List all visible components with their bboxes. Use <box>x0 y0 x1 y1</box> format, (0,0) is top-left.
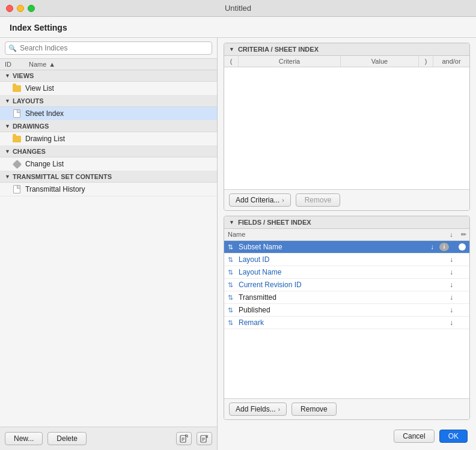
tree-item-transmittal-history[interactable]: Transmittal History <box>0 183 217 196</box>
category-transmittal-label: TRANSMITTAL SET CONTENTS <box>13 173 112 180</box>
ok-button[interactable]: OK <box>439 430 468 443</box>
cancel-button[interactable]: Cancel <box>394 430 434 443</box>
col-id-header: ID <box>5 61 29 68</box>
content-area: 🔍 ID Name ▲ ▼ VIEWS <box>0 38 476 450</box>
field-sort-icon-remark: ↓ <box>445 318 457 327</box>
import-icon-button[interactable] <box>197 432 212 445</box>
field-label-layout-id: Layout ID <box>236 255 445 264</box>
field-row-layout-name[interactable]: ⇅ Layout Name ↓ <box>224 266 469 279</box>
item-label-sheet-index: Sheet Index <box>25 109 64 118</box>
criteria-section-bottom: Add Criteria... › Remove <box>224 189 469 210</box>
category-drawings[interactable]: ▼ DRAWINGS <box>0 121 217 132</box>
table-header: ID Name ▲ <box>0 59 217 70</box>
page-icon <box>12 109 22 118</box>
criteria-chevron-icon: ▼ <box>229 46 234 52</box>
field-handle-icon: ⇅ <box>224 306 236 314</box>
main-window: Index Settings 🔍 ID Name ▲ <box>0 17 476 450</box>
field-handle-icon: ⇅ <box>224 319 236 327</box>
field-label-subset-name: Subset Name <box>236 243 426 251</box>
search-input[interactable] <box>5 41 212 55</box>
category-changes-label: CHANGES <box>13 148 46 155</box>
field-label-remark: Remark <box>236 318 445 327</box>
field-row-remark[interactable]: ⇅ Remark ↓ <box>224 317 469 329</box>
tree-item-change-list[interactable]: Change List <box>0 157 217 171</box>
criteria-col-paren-close: ) <box>419 56 433 67</box>
fields-section-title: FIELDS / SHEET INDEX <box>238 219 311 226</box>
zoom-button[interactable] <box>28 5 35 12</box>
field-sort-icon-subset-name: ↓ <box>426 243 438 251</box>
fields-col-name: Name <box>224 229 445 240</box>
tree-item-sheet-index[interactable]: Sheet Index <box>0 107 217 121</box>
add-fields-arrow-icon: › <box>278 406 280 413</box>
field-label-current-revision-id: Current Revision ID <box>236 281 445 289</box>
field-info-icon-subset-name: i <box>439 243 449 251</box>
category-views[interactable]: ▼ VIEWS <box>0 70 217 82</box>
field-row-published[interactable]: ⇅ Published ↓ <box>224 304 469 317</box>
chevron-icon: ▼ <box>5 148 10 154</box>
fields-col-sort: ↓ <box>445 229 457 240</box>
left-bottom-bar: New... Delete <box>0 427 217 450</box>
fields-section: ▼ FIELDS / SHEET INDEX Name ↓ ✏ ⇅ Subset… <box>224 216 470 420</box>
tree-item-view-list[interactable]: View List <box>0 82 217 96</box>
item-label-view-list: View List <box>25 84 54 93</box>
window-title: Untitled <box>225 4 251 13</box>
criteria-table: ( Criteria Value ) and/or <box>224 56 469 189</box>
field-row-current-revision-id[interactable]: ⇅ Current Revision ID ↓ <box>224 279 469 291</box>
add-fields-button[interactable]: Add Fields... › <box>229 403 287 416</box>
search-bar: 🔍 <box>0 38 217 59</box>
export-icon-button[interactable] <box>176 432 192 445</box>
fields-section-bottom: Add Fields... › Remove <box>224 398 469 419</box>
right-panel: ▼ CRITERIA / SHEET INDEX ( Criteria Valu… <box>218 38 476 450</box>
category-changes[interactable]: ▼ CHANGES <box>0 146 217 157</box>
col-name-header: Name ▲ <box>29 61 212 68</box>
field-row-transmitted[interactable]: ⇅ Transmitted ↓ <box>224 291 469 304</box>
field-handle-icon: ⇅ <box>224 269 236 276</box>
criteria-table-header: ( Criteria Value ) and/or <box>224 56 469 67</box>
remove-fields-button[interactable]: Remove <box>291 403 337 416</box>
search-icon: 🔍 <box>8 44 17 52</box>
titlebar: Untitled <box>0 0 476 17</box>
dialog-title: Index Settings <box>0 17 476 38</box>
field-row-layout-id[interactable]: ⇅ Layout ID ↓ <box>224 254 469 266</box>
criteria-col-andor: and/or <box>433 56 469 67</box>
field-handle-icon: ⇅ <box>224 243 236 251</box>
field-sort-icon-layout-name: ↓ <box>445 268 457 276</box>
add-criteria-button[interactable]: Add Criteria... › <box>229 193 291 207</box>
field-handle-icon: ⇅ <box>224 281 236 289</box>
new-button[interactable]: New... <box>5 432 43 445</box>
criteria-section-title: CRITERIA / SHEET INDEX <box>238 46 319 53</box>
delete-button[interactable]: Delete <box>47 432 87 445</box>
folder-icon <box>12 135 22 143</box>
fields-col-edit: ✏ <box>457 229 469 240</box>
category-transmittal[interactable]: ▼ TRANSMITTAL SET CONTENTS <box>0 171 217 183</box>
field-label-layout-name: Layout Name <box>236 268 445 276</box>
criteria-section: ▼ CRITERIA / SHEET INDEX ( Criteria Valu… <box>224 43 470 211</box>
import-icon <box>200 434 209 443</box>
field-sort-icon-layout-id: ↓ <box>445 255 457 264</box>
dialog-bottom-bar: Cancel OK <box>224 425 470 445</box>
category-layouts[interactable]: ▼ LAYOUTS <box>0 96 217 107</box>
field-row-subset-name[interactable]: ⇅ Subset Name ↓ i <box>224 241 469 254</box>
field-toggle-subset-name[interactable] <box>450 243 467 251</box>
export-icon <box>180 434 188 443</box>
left-panel: 🔍 ID Name ▲ ▼ VIEWS <box>0 38 218 450</box>
fields-body: ⇅ Subset Name ↓ i ⇅ Layout ID ↓ <box>224 241 469 398</box>
remove-criteria-button[interactable]: Remove <box>296 193 341 207</box>
criteria-col-paren-open: ( <box>224 56 239 67</box>
tree-area[interactable]: ▼ VIEWS View List ▼ LAYOUTS Sheet Index <box>0 70 217 427</box>
add-criteria-arrow-icon: › <box>282 197 284 204</box>
item-label-drawing-list: Drawing List <box>25 135 65 143</box>
field-handle-icon: ⇅ <box>224 294 236 302</box>
criteria-col-value: Value <box>341 56 419 67</box>
field-handle-icon: ⇅ <box>224 256 236 264</box>
fields-chevron-icon: ▼ <box>229 219 234 225</box>
field-label-published: Published <box>236 306 445 314</box>
close-button[interactable] <box>6 5 13 12</box>
page-icon <box>12 185 22 193</box>
chevron-icon: ▼ <box>5 73 10 79</box>
folder-icon <box>12 84 22 93</box>
minimize-button[interactable] <box>17 5 24 12</box>
tree-item-drawing-list[interactable]: Drawing List <box>0 132 217 146</box>
category-views-label: VIEWS <box>13 72 34 79</box>
chevron-icon: ▼ <box>5 98 10 104</box>
